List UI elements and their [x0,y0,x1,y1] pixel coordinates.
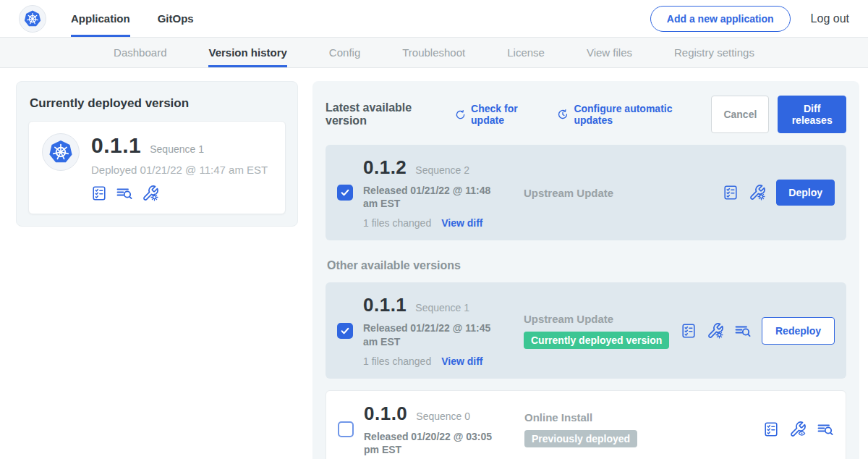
version-checkbox[interactable] [337,185,353,201]
subnav-registry-settings[interactable]: Registry settings [674,38,754,67]
subnav-config[interactable]: Config [329,38,360,67]
tab-gitops[interactable]: GitOps [158,0,194,37]
sequence-label: Sequence 1 [415,302,469,313]
check-for-update-label: Check for update [471,103,544,126]
version-checkbox[interactable] [337,323,353,339]
version-row: 0.1.2 Sequence 2 Released 01/21/22 @ 11:… [326,145,846,240]
sequence-label: Sequence 2 [415,164,469,176]
view-diff-icon[interactable] [817,421,834,438]
edit-config-icon[interactable] [707,322,724,340]
check-icon [340,188,350,198]
currently-deployed-panel: Currently deployed version 0.1 [16,81,298,227]
logout-button[interactable]: Log out [811,12,849,25]
app-logo [19,0,46,37]
version-row: 0.1.1 Sequence 1 Released 01/21/22 @ 11:… [326,282,846,378]
view-diff-icon[interactable] [734,322,752,340]
files-changed-label: 1 files changed [363,217,431,229]
version-source-label: Online Install [524,411,592,424]
view-config-icon[interactable] [789,421,807,438]
check-icon [340,326,350,336]
deployed-version-number: 0.1.1 [91,133,141,158]
add-new-application-button[interactable]: Add a new application [650,6,791,32]
preflight-checks-icon[interactable] [763,421,779,437]
preflight-checks-icon[interactable] [723,185,739,201]
app-subnav: Dashboard Version history Config Trouble… [0,38,868,68]
edit-config-icon[interactable] [749,184,766,201]
released-date: Released 01/21/22 @ 11:45 am EST [363,321,508,348]
previously-deployed-badge: Previously deployed [524,430,637,447]
version-number: 0.1.2 [363,156,407,179]
version-history-panel: Latest available version Check for updat… [312,81,859,459]
kubernetes-icon [22,8,43,30]
top-bar: Application GitOps Add a new application… [0,0,868,38]
released-date: Released 01/20/22 @ 03:05 pm EST [364,430,509,456]
version-source-label: Upstream Update [524,313,613,325]
latest-available-title: Latest available version [326,101,442,127]
subnav-license[interactable]: License [507,38,545,67]
sequence-label: Sequence 0 [416,410,470,422]
deploy-button[interactable]: Deploy [776,180,835,206]
subnav-troubleshoot[interactable]: Troubleshoot [402,38,465,67]
deployed-version-card: 0.1.1 Sequence 1 Deployed 01/21/22 @ 11:… [28,121,286,214]
kubernetes-logo [19,5,46,33]
released-date: Released 01/21/22 @ 11:48 am EST [363,184,508,210]
preflight-checks-icon[interactable] [91,185,107,201]
version-number: 0.1.1 [363,294,407,316]
version-source-label: Upstream Update [524,187,613,199]
currently-deployed-title: Currently deployed version [30,96,286,111]
subnav-version-history[interactable]: Version history [208,38,286,67]
schedule-update-icon [557,108,569,121]
preflight-checks-icon[interactable] [681,323,697,339]
diff-releases-button[interactable]: Diff releases [778,96,846,133]
configure-automatic-updates-label: Configure automatic updates [574,103,698,126]
subnav-view-files[interactable]: View files [587,38,632,67]
currently-deployed-badge: Currently deployed version [524,332,669,349]
view-diff-icon[interactable] [116,185,133,202]
version-checkbox[interactable] [338,421,354,437]
redeploy-button[interactable]: Redeploy [762,317,835,345]
check-for-update-link[interactable]: Check for update [455,103,544,126]
view-diff-link[interactable]: View diff [441,217,482,229]
other-versions-title: Other available versions [327,259,846,272]
kubernetes-logo [42,133,80,171]
topbar-tabs: Application GitOps [71,0,194,37]
configure-automatic-updates-link[interactable]: Configure automatic updates [557,103,698,126]
view-diff-link[interactable]: View diff [441,355,482,367]
deployed-date: Deployed 01/21/22 @ 11:47 am EST [91,164,268,176]
deployed-sequence-label: Sequence 1 [150,143,204,155]
files-changed-label: 1 files changed [363,355,431,367]
refresh-icon [455,109,466,121]
version-number: 0.1.0 [364,403,407,425]
edit-config-icon[interactable] [142,185,159,202]
version-row: 0.1.0 Sequence 0 Released 01/20/22 @ 03:… [326,390,846,459]
subnav-dashboard[interactable]: Dashboard [114,38,166,67]
cancel-button[interactable]: Cancel [711,96,769,133]
tab-application[interactable]: Application [71,0,130,37]
kubernetes-icon [46,137,76,167]
